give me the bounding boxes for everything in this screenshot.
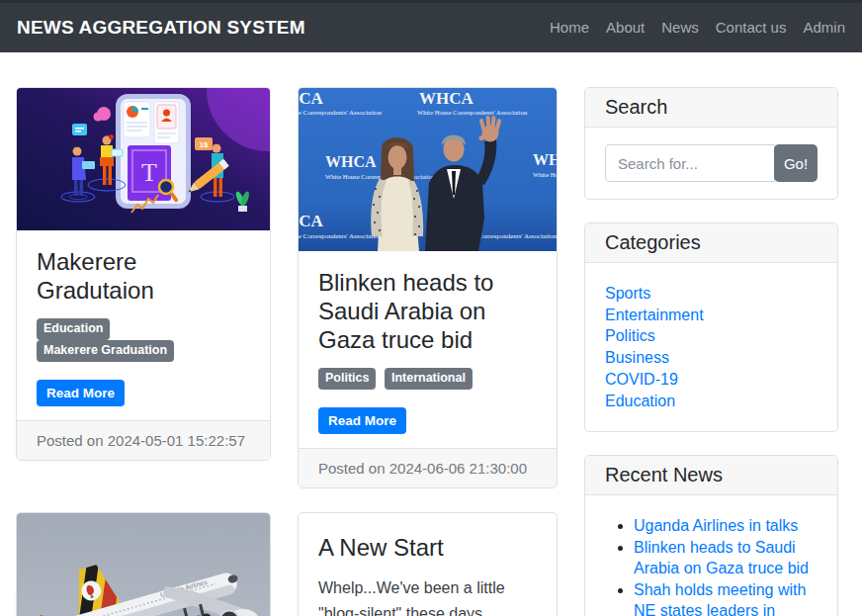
recent-news-list: Uganda Airlines in talks Blinken heads t… (617, 515, 818, 616)
search-go-button[interactable]: Go! (774, 144, 818, 182)
brand-title[interactable]: NEWS AGGREGATION SYSTEM (17, 17, 305, 39)
read-more-button[interactable]: Read More (37, 380, 125, 406)
tag-badge: International (385, 368, 473, 390)
tag-badge: Makerere Graduation (37, 340, 174, 362)
category-link-sports[interactable]: Sports (605, 283, 650, 305)
article-card-a-new-start: A New Start Whelp...We've been a little … (298, 512, 558, 616)
nav-link-contact-us[interactable]: Contact us (716, 19, 787, 36)
uganda-airlines-plane-image: Uganda Airlines (17, 513, 270, 616)
nav-links: Home About News Contact us Admin (533, 19, 845, 37)
recent-news-link[interactable]: Blinken heads to Saudi Arabia on Gaza tr… (634, 539, 809, 577)
navbar: NEWS AGGREGATION SYSTEM Home About News … (0, 0, 862, 52)
nav-link-admin[interactable]: Admin (803, 19, 845, 36)
article-title: A New Start (318, 533, 537, 562)
blinken-photo-image: WHCA White House Correspondents' Associa… (299, 88, 557, 251)
whca-subtitle-text: White House Correspondents' Association (299, 109, 383, 117)
article-card-makerere: T 1$ (16, 87, 271, 461)
category-link-entertainment[interactable]: Entertainment (605, 305, 704, 326)
category-link-education[interactable]: Education (605, 391, 675, 412)
page-content: T 1$ (0, 52, 862, 616)
category-link-covid-19[interactable]: COVID-19 (605, 369, 678, 391)
sidebar: Search Go! Categories Sports Entertainme… (584, 87, 838, 616)
search-input[interactable] (605, 144, 775, 182)
category-link-politics[interactable]: Politics (605, 325, 655, 347)
article-title: Blinken heads to Saudi Arabia on Gaza tr… (318, 268, 537, 354)
whca-subtitle-text: White House Correspondents' Association (325, 173, 436, 180)
recent-news-card-title: Recent News (585, 456, 837, 495)
nav-link-news[interactable]: News (661, 19, 699, 36)
category-link-business[interactable]: Business (605, 347, 669, 369)
whca-logo-text: WHCA (299, 212, 324, 230)
search-card: Search Go! (584, 87, 838, 200)
whca-logo-text: WHCA (419, 89, 474, 108)
posted-date: Posted on 2024-05-01 15:22:57 (17, 420, 270, 460)
tag-badge: Education (37, 318, 110, 340)
nav-link-about[interactable]: About (606, 19, 645, 36)
phone-screen-letter: T (141, 158, 157, 187)
article-title: Makerere Gradutaion (37, 247, 250, 305)
whca-logo-text: WHCA (533, 151, 557, 168)
recent-news-link[interactable]: Shah holds meeting with NE states leader… (634, 581, 806, 616)
svg-text:1$: 1$ (200, 140, 209, 149)
categories-list: Sports Entertainment Politics Business C… (605, 283, 818, 411)
categories-card-title: Categories (585, 223, 837, 263)
recent-news-link[interactable]: Uganda Airlines in talks (634, 517, 798, 534)
article-excerpt: Whelp...We've been a little "blog-silent… (318, 575, 537, 616)
articles-grid: T 1$ (16, 87, 558, 616)
whca-logo-text: WHCA (299, 89, 324, 108)
recent-news-card: Recent News Uganda Airlines in talks Bli… (584, 455, 838, 616)
whca-subtitle-text: White House Correspondents' Association (299, 232, 383, 240)
whca-subtitle-text: White House Correspondents' Association (533, 171, 557, 178)
whca-logo-text: WHCA (325, 153, 377, 170)
article-card-blinken: WHCA White House Correspondents' Associa… (298, 87, 558, 488)
article-card-uganda-airlines: Uganda Airlines (16, 512, 271, 616)
tag-badge: Politics (318, 368, 376, 390)
categories-card: Categories Sports Entertainment Politics… (584, 222, 838, 432)
read-more-button[interactable]: Read More (318, 407, 406, 434)
search-card-title: Search (585, 88, 837, 128)
makerere-illustration-image: T 1$ (17, 88, 270, 230)
nav-link-home[interactable]: Home (550, 19, 589, 36)
whca-subtitle-text: White House Correspondents' Association (417, 109, 528, 116)
posted-date: Posted on 2024-06-06 21:30:00 (299, 448, 557, 487)
